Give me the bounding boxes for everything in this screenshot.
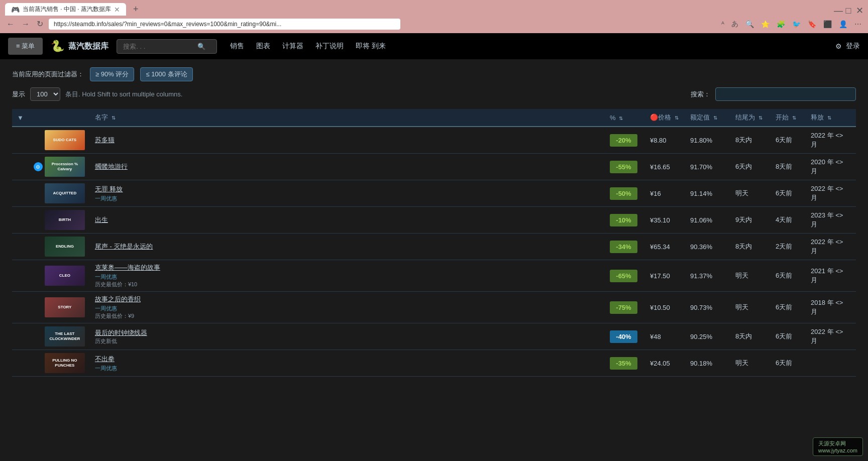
game-thumbnail[interactable]: ENDLING bbox=[45, 237, 85, 257]
nav-upcoming[interactable]: 即将 到来 bbox=[355, 40, 387, 53]
release-cell bbox=[806, 350, 856, 377]
price-emoji: 🔴 bbox=[650, 113, 658, 121]
col-price-header[interactable]: 🔴价格 ⇅ bbox=[645, 109, 685, 127]
table-row: ⚙ Procession % Calvary 髑髅地游行-55%¥16.6591… bbox=[12, 154, 856, 180]
start-cell: 6天前 bbox=[771, 323, 806, 350]
end-cell: 明天 bbox=[730, 180, 771, 207]
game-thumbnail[interactable]: STORY bbox=[45, 297, 85, 317]
release-cell: 2023 年 <> 月 bbox=[806, 207, 856, 234]
game-thumb-cell: PULLING NO PUNCHES bbox=[29, 350, 90, 377]
game-thumb-cell: CLEO bbox=[29, 260, 90, 292]
search-web-button[interactable]: 🔍 bbox=[744, 19, 755, 30]
game-name-link[interactable]: 髑髅地游行 bbox=[95, 162, 600, 171]
col-sort[interactable]: ▼ bbox=[12, 109, 29, 127]
game-name-cell: 克莱奥——海盗的故事一周优惠历史最低价：¥10 bbox=[90, 260, 605, 292]
release-cell: 2018 年 <> 月 bbox=[806, 292, 856, 323]
filter-rating[interactable]: ≥ 90% 评分 bbox=[90, 67, 134, 81]
end-cell: 明天 bbox=[730, 260, 771, 292]
window-maximize-button[interactable]: □ bbox=[845, 6, 852, 13]
price-cell: ¥8.80 bbox=[645, 127, 685, 154]
main-content: 当前应用的页面过滤器： ≥ 90% 评分 ≤ 1000 条评论 显示 100 2… bbox=[0, 59, 868, 385]
historical-note: 历史新低 bbox=[95, 337, 600, 345]
browser-tab[interactable]: 🎮 当前蒸汽销售 · 中国 · 蒸汽数据库 ✕ bbox=[5, 3, 126, 16]
login-button[interactable]: ⚙ 登录 bbox=[835, 42, 860, 51]
game-name-link[interactable]: 克莱奥——海盗的故事 bbox=[95, 263, 600, 272]
col-rating-header[interactable]: 额定值 ⇅ bbox=[685, 109, 730, 127]
nav-patchnotes[interactable]: 补丁说明 bbox=[314, 40, 345, 53]
profile-button[interactable]: 👤 bbox=[837, 19, 849, 30]
nav-charts[interactable]: 图表 bbox=[255, 40, 271, 53]
rating-cell: 91.37% bbox=[685, 260, 730, 292]
nav-sales[interactable]: 销售 bbox=[229, 40, 245, 53]
price-cell: ¥65.34 bbox=[645, 234, 685, 260]
table-search-input[interactable] bbox=[715, 87, 856, 101]
game-thumb-cell: THE LAST CLOCKWINDER bbox=[29, 323, 90, 350]
game-thumbnail[interactable]: CLEO bbox=[45, 266, 85, 286]
price-cell: ¥10.50 bbox=[645, 292, 685, 323]
game-name-link[interactable]: 不出拳 bbox=[95, 355, 600, 364]
split-screen-button[interactable]: ⬛ bbox=[822, 19, 833, 30]
col-name-header[interactable]: 名字 ⇅ bbox=[90, 109, 605, 127]
start-cell: 6天前 bbox=[771, 180, 806, 207]
translate-button[interactable]: あ bbox=[730, 18, 740, 30]
search-input[interactable] bbox=[123, 43, 193, 50]
start-sort-icon: ⇅ bbox=[792, 115, 796, 121]
game-name-link[interactable]: 无罪 释放 bbox=[95, 185, 600, 194]
table-header: ▼ 名字 ⇅ % ⇅ 🔴价格 ⇅ 额定值 ⇅ bbox=[12, 109, 856, 127]
search-right-label: 搜索： bbox=[691, 90, 710, 99]
game-name-link[interactable]: 最后的时钟绕线器 bbox=[95, 328, 600, 337]
address-input[interactable] bbox=[49, 19, 400, 30]
release-cell: 2022 年 <> 月 bbox=[806, 127, 856, 154]
discount-cell: -20% bbox=[605, 127, 645, 154]
game-name-link[interactable]: 尾声 - 灭绝是永远的 bbox=[95, 242, 600, 251]
show-label: 显示 bbox=[12, 90, 25, 99]
game-name-cell: 无罪 释放一周优惠 bbox=[90, 180, 605, 207]
game-thumbnail[interactable]: PULLING NO PUNCHES bbox=[45, 353, 85, 373]
window-close-button[interactable]: ✕ bbox=[856, 6, 863, 13]
game-name-link[interactable]: 出生 bbox=[95, 215, 600, 224]
start-cell: 8天前 bbox=[771, 154, 806, 180]
table-body: SUDO CATS 苏多猫-20%¥8.8091.80%8天内6天前2022 年… bbox=[12, 127, 856, 377]
refresh-button[interactable]: ↻ bbox=[35, 18, 45, 30]
end-cell: 8天内 bbox=[730, 234, 771, 260]
search-right: 搜索： bbox=[691, 87, 856, 101]
extensions-button[interactable]: 🧩 bbox=[775, 19, 787, 30]
rating-cell: 91.80% bbox=[685, 127, 730, 154]
game-name-link[interactable]: 苏多猫 bbox=[95, 136, 600, 145]
release-cell: 2022 年 <> 月 bbox=[806, 180, 856, 207]
col-pct-header[interactable]: % ⇅ bbox=[605, 109, 645, 127]
new-tab-button[interactable]: + bbox=[130, 3, 142, 16]
steam-logo: ⚙ bbox=[835, 42, 842, 50]
back-button[interactable]: ← bbox=[5, 18, 16, 30]
collections-button[interactable]: 🔖 bbox=[806, 19, 818, 30]
game-thumbnail[interactable]: SUDO CATS bbox=[45, 130, 85, 150]
sidebar-button[interactable]: 🐦 bbox=[791, 19, 802, 30]
window-minimize-button[interactable]: — bbox=[834, 6, 841, 13]
game-thumbnail[interactable]: Procession % Calvary bbox=[45, 157, 85, 177]
row-index bbox=[12, 350, 29, 377]
game-thumbnail[interactable]: ACQUITTED bbox=[45, 183, 85, 203]
settings-button[interactable]: ⋯ bbox=[853, 19, 863, 30]
game-name-link[interactable]: 故事之后的香织 bbox=[95, 295, 600, 304]
discount-badge: -65% bbox=[610, 270, 637, 282]
game-thumb-cell: SUDO CATS bbox=[29, 127, 90, 154]
end-cell: 9天内 bbox=[730, 207, 771, 234]
game-thumb-cell: STORY bbox=[29, 292, 90, 323]
app-header: ≡ 菜单 🐍 蒸汽数据库 🔍 销售 图表 计算器 补丁说明 即将 到来 ⚙ 登录 bbox=[0, 33, 868, 59]
col-start-header[interactable]: 开始 ⇅ bbox=[771, 109, 806, 127]
release-cell: 2021 年 <> 月 bbox=[806, 260, 856, 292]
col-end-header[interactable]: 结尾为 ⇅ bbox=[730, 109, 771, 127]
game-thumbnail[interactable]: BIRTH bbox=[45, 210, 85, 230]
count-select[interactable]: 100 25 50 bbox=[30, 87, 60, 101]
search-box[interactable]: 🔍 bbox=[117, 39, 217, 54]
menu-button[interactable]: ≡ 菜单 bbox=[8, 38, 43, 55]
game-thumbnail[interactable]: THE LAST CLOCKWINDER bbox=[45, 326, 85, 347]
reader-mode-button[interactable]: ᴬ bbox=[720, 19, 726, 30]
tab-close-button[interactable]: ✕ bbox=[114, 6, 120, 14]
forward-button[interactable]: → bbox=[20, 18, 31, 30]
favorites-button[interactable]: ⭐ bbox=[759, 19, 771, 30]
filter-reviews[interactable]: ≤ 1000 条评论 bbox=[140, 67, 192, 81]
col-release-header[interactable]: 释放 ⇅ bbox=[806, 109, 856, 127]
address-bar: ← → ↻ ᴬ あ 🔍 ⭐ 🧩 🐦 🔖 ⬛ 👤 ⋯ bbox=[0, 16, 868, 33]
nav-calculator[interactable]: 计算器 bbox=[281, 40, 304, 53]
